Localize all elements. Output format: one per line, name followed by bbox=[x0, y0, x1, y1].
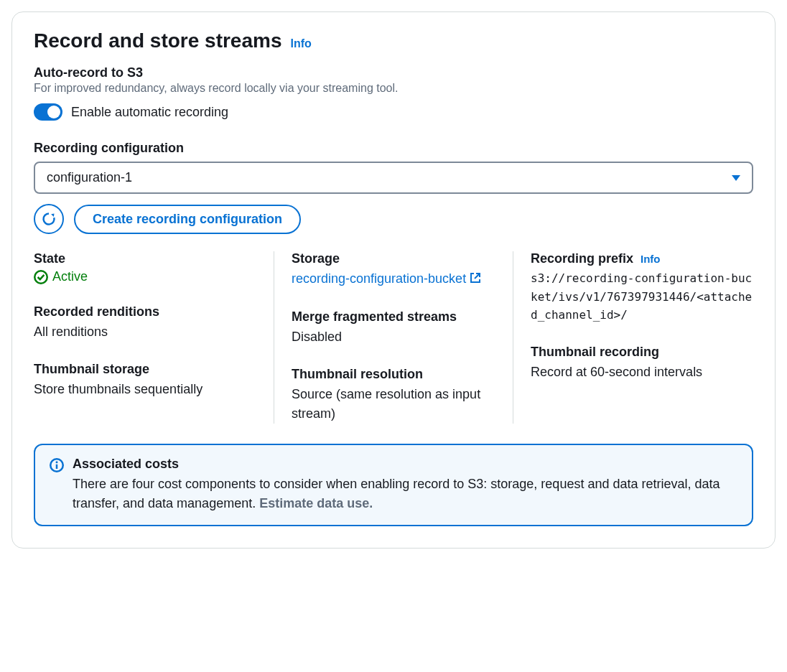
refresh-button[interactable] bbox=[34, 204, 64, 234]
prefix-label: Recording prefix bbox=[531, 251, 633, 266]
costs-alert: Associated costs There are four cost com… bbox=[34, 444, 753, 526]
svg-point-2 bbox=[56, 461, 58, 463]
external-link-icon bbox=[470, 272, 481, 284]
panel-info-link[interactable]: Info bbox=[290, 37, 311, 50]
enable-recording-toggle[interactable] bbox=[34, 103, 62, 121]
record-store-panel: Record and store streams Info Auto-recor… bbox=[11, 11, 776, 549]
config-button-row: Create recording configuration bbox=[34, 204, 753, 234]
auto-record-section: Auto-record to S3 For improved redundanc… bbox=[34, 65, 753, 121]
estimate-link[interactable]: Estimate data use. bbox=[259, 496, 373, 510]
check-circle-icon bbox=[34, 270, 48, 284]
details-col-3: Recording prefix Info s3://recording-con… bbox=[513, 251, 753, 424]
merge-item: Merge fragmented streams Disabled bbox=[292, 309, 495, 347]
recording-config-value: configuration-1 bbox=[47, 170, 132, 185]
recording-config-section: Recording configuration configuration-1 … bbox=[34, 141, 753, 234]
merge-value: Disabled bbox=[292, 327, 495, 347]
refresh-icon bbox=[42, 212, 56, 226]
storage-item: Storage recording-configuration-bucket bbox=[292, 251, 495, 289]
renditions-item: Recorded renditions All renditions bbox=[34, 304, 256, 342]
thumb-storage-value: Store thumbnails sequentially bbox=[34, 380, 256, 399]
renditions-value: All renditions bbox=[34, 322, 256, 342]
svg-rect-3 bbox=[56, 465, 58, 469]
storage-value-wrap: recording-configuration-bucket bbox=[292, 269, 495, 289]
recording-config-label: Recording configuration bbox=[34, 141, 753, 156]
renditions-label: Recorded renditions bbox=[34, 304, 256, 319]
merge-label: Merge fragmented streams bbox=[292, 309, 495, 325]
toggle-label: Enable automatic recording bbox=[71, 105, 228, 120]
thumb-resolution-item: Thumbnail resolution Source (same resolu… bbox=[292, 367, 495, 424]
storage-link-text: recording-configuration-bucket bbox=[292, 271, 466, 286]
thumb-resolution-label: Thumbnail resolution bbox=[292, 367, 495, 382]
thumb-storage-item: Thumbnail storage Store thumbnails seque… bbox=[34, 362, 256, 399]
thumb-recording-value: Record at 60-second intervals bbox=[531, 363, 753, 382]
details-grid: State Active Recorded renditions All ren… bbox=[34, 251, 753, 424]
details-col-1: State Active Recorded renditions All ren… bbox=[34, 251, 274, 424]
prefix-label-row: Recording prefix Info bbox=[531, 251, 753, 266]
chevron-down-icon bbox=[732, 175, 740, 181]
toggle-row: Enable automatic recording bbox=[34, 103, 753, 121]
panel-header: Record and store streams Info bbox=[34, 29, 753, 52]
auto-record-hint: For improved redundancy, always record l… bbox=[34, 82, 753, 95]
alert-title: Associated costs bbox=[73, 457, 737, 472]
state-label: State bbox=[34, 251, 256, 266]
alert-content: Associated costs There are four cost com… bbox=[73, 457, 737, 513]
panel-title: Record and store streams bbox=[34, 29, 281, 52]
thumb-recording-item: Thumbnail recording Record at 60-second … bbox=[531, 345, 753, 382]
storage-link[interactable]: recording-configuration-bucket bbox=[292, 271, 481, 286]
thumb-storage-label: Thumbnail storage bbox=[34, 362, 256, 377]
storage-label: Storage bbox=[292, 251, 495, 266]
prefix-item: Recording prefix Info s3://recording-con… bbox=[531, 251, 753, 325]
alert-text: There are four cost components to consid… bbox=[73, 475, 737, 513]
alert-body: There are four cost components to consid… bbox=[73, 477, 720, 510]
thumb-resolution-value: Source (same resolution as input stream) bbox=[292, 385, 495, 424]
thumb-recording-label: Thumbnail recording bbox=[531, 345, 753, 360]
state-value: Active bbox=[34, 269, 256, 284]
info-icon bbox=[50, 458, 64, 513]
state-item: State Active bbox=[34, 251, 256, 284]
prefix-info-link[interactable]: Info bbox=[641, 253, 661, 265]
auto-record-label: Auto-record to S3 bbox=[34, 65, 753, 80]
details-col-2: Storage recording-configuration-bucket M… bbox=[274, 251, 513, 424]
prefix-value: s3://recording-configuration-bucket/ivs/… bbox=[531, 269, 753, 325]
state-text: Active bbox=[52, 269, 88, 284]
recording-config-select[interactable]: configuration-1 bbox=[34, 162, 753, 194]
create-config-button[interactable]: Create recording configuration bbox=[74, 205, 301, 234]
